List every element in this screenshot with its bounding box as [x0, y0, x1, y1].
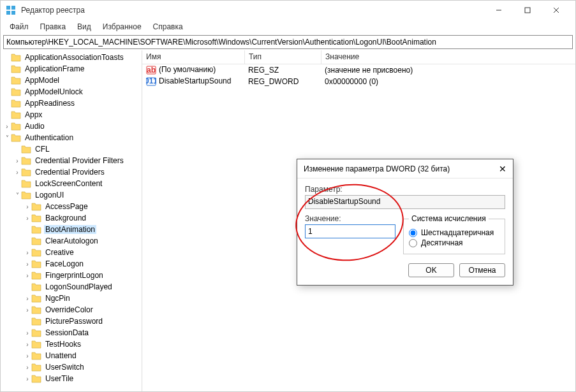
menubar: Файл Правка Вид Избранное Справка [1, 20, 575, 34]
tree-item[interactable]: AppModel [1, 75, 142, 86]
tree-item[interactable]: ClearAutologon [1, 235, 142, 247]
tree-item[interactable]: LogonSoundPlayed [1, 281, 142, 293]
tree-item[interactable]: ›Creative [1, 247, 142, 258]
list-row[interactable]: ab(По умолчанию)REG_SZ(значение не присв… [142, 64, 575, 76]
tree-item[interactable]: ˅Authentication [1, 132, 142, 143]
tree-item[interactable]: ›FaceLogon [1, 258, 142, 270]
tree-item[interactable]: ›Credential Providers [1, 166, 142, 178]
expand-icon[interactable]: › [24, 352, 31, 359]
tree-item[interactable]: ›Credential Provider Filters [1, 155, 142, 166]
minimize-button[interactable] [484, 1, 513, 20]
address-bar[interactable]: Компьютер\HKEY_LOCAL_MACHINE\SOFTWARE\Mi… [3, 35, 573, 49]
tree-item[interactable]: ˅LogonUI [1, 189, 142, 201]
svg-rect-0 [6, 6, 10, 10]
tree-item[interactable]: ›UserSwitch [1, 361, 142, 373]
maximize-button[interactable] [513, 1, 542, 20]
tree-item-label: BootAnimation [44, 225, 96, 234]
menu-help[interactable]: Справка [148, 21, 188, 33]
tree-item-label: Credential Providers [34, 168, 106, 177]
tree-item[interactable]: AppModelUnlock [1, 86, 142, 98]
tree-item-label: CFL [34, 145, 51, 154]
tree-item[interactable]: ›NgcPin [1, 293, 142, 304]
expand-icon[interactable]: › [24, 341, 31, 348]
window-title: Редактор реестра [21, 6, 484, 15]
radio-dec-input[interactable] [409, 239, 417, 247]
svg-rect-1 [11, 6, 15, 10]
tree-item[interactable]: Appx [1, 109, 142, 120]
regedit-icon [6, 5, 16, 15]
tree-item-label: NgcPin [44, 294, 71, 303]
expand-icon[interactable]: › [24, 375, 31, 382]
tree-item[interactable]: BootAnimation [1, 224, 142, 235]
tree-item-label: UserSwitch [44, 363, 85, 372]
tree-item-label: Credential Provider Filters [34, 156, 125, 165]
main-area: ApplicationAssociationToastsApplicationF… [1, 50, 575, 391]
tree-item[interactable]: ›UserTile [1, 373, 142, 384]
expand-icon[interactable]: › [24, 215, 31, 222]
tree-item-label: ClearAutologon [44, 236, 100, 245]
ok-button[interactable]: OK [408, 263, 454, 277]
tree-item[interactable]: ›AccessPage [1, 201, 142, 212]
tree-panel[interactable]: ApplicationAssociationToastsApplicationF… [1, 50, 142, 391]
tree-item[interactable]: LockScreenContent [1, 178, 142, 189]
tree-item[interactable]: ›SessionData [1, 327, 142, 338]
tree-item-label: SessionData [44, 328, 90, 337]
svg-text:011: 011 [146, 76, 156, 85]
expand-icon[interactable]: › [24, 330, 31, 337]
expand-icon[interactable]: ˅ [3, 134, 11, 142]
tree-item-label: LogonSoundPlayed [44, 282, 114, 291]
tree-item-label: Background [44, 214, 87, 222]
tree-item[interactable]: ›Background [1, 212, 142, 224]
expand-icon[interactable]: › [24, 307, 31, 314]
cancel-button[interactable]: Отмена [459, 263, 505, 277]
cell-type: REG_SZ [244, 65, 321, 75]
expand-icon[interactable]: › [3, 123, 11, 130]
tree-item[interactable]: ApplicationFrame [1, 63, 142, 75]
dialog-close-button[interactable]: ✕ [487, 164, 506, 174]
close-button[interactable] [542, 1, 570, 20]
tree-item[interactable]: CFL [1, 143, 142, 155]
expand-icon[interactable]: › [24, 364, 31, 371]
tree-item[interactable]: PicturePassword [1, 316, 142, 327]
dialog-titlebar[interactable]: Изменение параметра DWORD (32 бита) ✕ [297, 159, 513, 178]
expand-icon[interactable]: › [24, 295, 31, 302]
menu-file[interactable]: Файл [4, 21, 34, 33]
expand-icon[interactable]: ˅ [13, 192, 21, 199]
tree-item-label: LockScreenContent [34, 179, 103, 188]
col-header-value[interactable]: Значение [321, 50, 575, 64]
tree-item[interactable]: ›FingerprintLogon [1, 270, 142, 281]
list-row[interactable]: 011DisableStartupSoundREG_DWORD0x0000000… [142, 76, 575, 87]
col-header-type[interactable]: Тип [244, 50, 321, 64]
col-header-name[interactable]: Имя [142, 50, 244, 64]
tree-item-label: AppModelUnlock [24, 87, 84, 96]
expand-icon[interactable]: › [13, 157, 21, 164]
value-input[interactable] [305, 224, 395, 238]
menu-view[interactable]: Вид [72, 21, 96, 33]
tree-item[interactable]: ›Unattend [1, 350, 142, 361]
cell-type: REG_DWORD [244, 76, 321, 87]
radio-dec[interactable]: Десятичная [409, 238, 499, 247]
list-panel: Имя Тип Значение ab(По умолчанию)REG_SZ(… [142, 50, 575, 391]
tree-item[interactable]: ›TestHooks [1, 338, 142, 350]
tree-item[interactable]: ›OverrideColor [1, 304, 142, 316]
tree-item-label: FingerprintLogon [44, 271, 105, 280]
tree-item-label: AccessPage [44, 202, 89, 211]
expand-icon[interactable]: › [24, 203, 31, 210]
radio-hex-input[interactable] [409, 229, 417, 237]
expand-icon[interactable]: › [24, 249, 31, 256]
tree-item[interactable]: ›Audio [1, 120, 142, 132]
base-fieldset: Система исчисления Шестнадцатеричная Дес… [403, 214, 505, 254]
tree-item[interactable]: ApplicationAssociationToasts [1, 52, 142, 63]
cell-value: 0x00000000 (0) [321, 76, 575, 87]
expand-icon[interactable]: › [13, 169, 21, 176]
cell-name: ab(По умолчанию) [142, 64, 244, 76]
radio-hex[interactable]: Шестнадцатеричная [409, 228, 499, 237]
tree-item[interactable]: AppReadiness [1, 98, 142, 109]
expand-icon[interactable]: › [24, 272, 31, 279]
expand-icon[interactable]: › [24, 261, 31, 268]
menu-edit[interactable]: Правка [35, 21, 71, 33]
menu-favorites[interactable]: Избранное [98, 21, 147, 33]
list-body: ab(По умолчанию)REG_SZ(значение не присв… [142, 64, 575, 87]
radio-hex-label: Шестнадцатеричная [421, 228, 494, 237]
tree-item-label: PicturePassword [44, 317, 104, 326]
